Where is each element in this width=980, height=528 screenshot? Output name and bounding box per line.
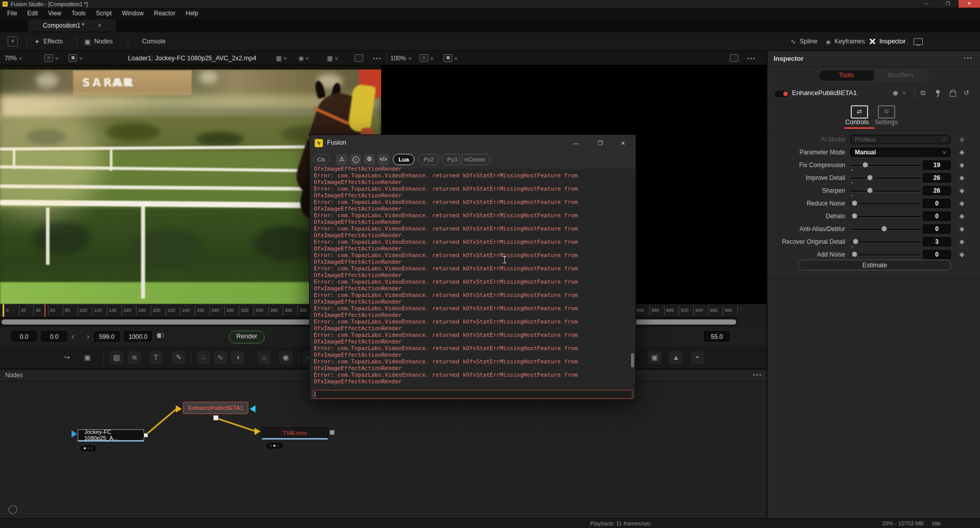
spot-light-3d-icon[interactable]: ▲: [669, 351, 683, 364]
console-close-button[interactable]: ✕: [616, 138, 629, 148]
value-field[interactable]: 0: [923, 199, 951, 208]
console-button[interactable]: Console: [142, 32, 166, 51]
color-curves-icon[interactable]: ∿: [214, 351, 227, 364]
keyframe-diamond[interactable]: [960, 240, 965, 245]
fast-noise-icon[interactable]: ≋: [128, 351, 141, 364]
slider-thumb[interactable]: [852, 251, 857, 257]
node-tvai-mov[interactable]: TVAI.mov: [262, 427, 328, 440]
global-start-field[interactable]: 0.0: [11, 331, 37, 341]
global-end-field[interactable]: 1000.0: [124, 331, 152, 341]
pin-icon[interactable]: [936, 90, 940, 94]
menu-window[interactable]: Window: [117, 8, 149, 19]
keyframe-diamond[interactable]: [960, 227, 965, 232]
settings-tab-icon[interactable]: ⚙: [878, 105, 895, 119]
media-io-icon[interactable]: ↪: [60, 351, 74, 364]
console-title-bar[interactable]: ϟ Fusion — ❐ ✕: [310, 135, 636, 151]
title-bar[interactable]: ϟ Fusion Studio - [Composition1 *] — ❐ ✕: [0, 0, 980, 8]
render-button[interactable]: Render: [229, 331, 265, 343]
left-viewer-zoom[interactable]: 70%∨: [5, 51, 22, 65]
slider-thumb[interactable]: [867, 188, 873, 193]
minimize-button[interactable]: —: [916, 0, 937, 8]
slider-track[interactable]: [850, 242, 921, 243]
tab-controls[interactable]: Controls: [845, 119, 869, 126]
controls-tab-icon[interactable]: ⇄: [851, 105, 868, 119]
blur-icon[interactable]: ◉: [279, 351, 292, 364]
keyframes-button[interactable]: ◈ Keyframes: [826, 32, 865, 51]
chevron-down-icon[interactable]: ∨: [902, 90, 906, 95]
navigator-button[interactable]: [8, 505, 17, 514]
slider-thumb[interactable]: [867, 175, 873, 180]
slider-track[interactable]: [850, 203, 921, 204]
console-window[interactable]: ϟ Fusion — ❐ ✕ Cls ⚠ i ⚙ </> LuaPy2Py3nC…: [309, 134, 636, 400]
console-input[interactable]: [313, 390, 633, 399]
menu-tools[interactable]: Tools: [66, 8, 91, 19]
keyframe-diamond[interactable]: [960, 201, 965, 206]
loader-output-socket[interactable]: [144, 433, 148, 438]
background-icon[interactable]: ▨: [110, 351, 123, 364]
slider-thumb[interactable]: [881, 226, 887, 232]
value-field[interactable]: 26: [923, 173, 951, 182]
maximize-button[interactable]: ❐: [937, 0, 959, 8]
nodes-button[interactable]: ▣ Nodes: [84, 32, 112, 51]
slider-thumb[interactable]: [853, 239, 858, 244]
step-forward-button[interactable]: ›: [87, 331, 89, 341]
effects-button[interactable]: ✦ Effects: [34, 32, 63, 51]
menu-script[interactable]: Script: [91, 8, 117, 19]
slider-track[interactable]: [850, 165, 921, 166]
current-frame-field[interactable]: 55.0: [704, 331, 730, 341]
tab-composition1[interactable]: Composition1 * ×: [28, 19, 116, 32]
step-back-button[interactable]: ‹: [72, 331, 74, 341]
clear-console-button[interactable]: Cls: [313, 154, 330, 165]
particles-icon[interactable]: ∴: [197, 351, 210, 364]
close-button[interactable]: ✕: [959, 0, 980, 8]
left-fill-button[interactable]: ∨: [68, 51, 83, 65]
tab-modifiers[interactable]: Modifiers: [874, 70, 928, 81]
viewer-layout-dropdown-icon[interactable]: ∨: [8, 36, 18, 47]
value-field[interactable]: 0: [923, 212, 951, 221]
dropdown-parameter-mode[interactable]: Manual∨: [850, 148, 950, 157]
slider-track[interactable]: [850, 216, 921, 217]
camera-3d-icon[interactable]: ▣: [648, 351, 661, 364]
console-scrollbar-thumb[interactable]: [631, 353, 634, 368]
estimate-button[interactable]: Estimate: [798, 260, 951, 270]
console-maximize-button[interactable]: ❐: [594, 138, 607, 148]
console-minimize-button[interactable]: —: [569, 138, 582, 148]
keyframe-diamond[interactable]: [960, 137, 965, 143]
node-enhancepublicbeta1[interactable]: EnhancePublicBETA1: [183, 402, 248, 414]
paint-icon[interactable]: ✎: [172, 351, 185, 364]
menu-view[interactable]: View: [43, 8, 66, 19]
slider-thumb[interactable]: [852, 200, 857, 206]
lock-icon[interactable]: [950, 91, 956, 97]
brightness-contrast-icon[interactable]: ☼: [258, 351, 271, 364]
render-end-field[interactable]: 599.0: [94, 331, 120, 341]
node-color-dot[interactable]: [893, 91, 898, 96]
slider-track[interactable]: [850, 255, 921, 256]
keyframe-diamond[interactable]: [960, 189, 965, 194]
menu-edit[interactable]: Edit: [22, 8, 43, 19]
inspector-button[interactable]: Inspector: [869, 32, 905, 51]
left-viewer-menu[interactable]: •••: [373, 51, 382, 65]
slider-track[interactable]: [850, 191, 921, 192]
right-fill-button[interactable]: ∨: [444, 51, 458, 65]
right-viewer-zoom[interactable]: 100%∨: [390, 51, 411, 65]
left-view-mode-button[interactable]: ▦∨: [327, 51, 338, 65]
left-frame-button[interactable]: [355, 51, 363, 65]
value-field[interactable]: 26: [923, 186, 951, 195]
tab-close-icon[interactable]: ×: [98, 22, 101, 29]
value-field[interactable]: 0: [923, 250, 951, 259]
tvai-output-socket[interactable]: [330, 430, 335, 435]
keyframe-diamond[interactable]: [960, 252, 965, 258]
node-enable-toggle[interactable]: [774, 90, 789, 98]
slider-thumb[interactable]: [862, 162, 868, 168]
menu-file[interactable]: File: [2, 8, 22, 19]
warning-filter-icon[interactable]: ⚠: [336, 154, 347, 165]
script-filter-icon[interactable]: </>: [378, 154, 389, 165]
settings-filter-icon[interactable]: ⚙: [364, 154, 375, 165]
shape-3d-icon[interactable]: ◓: [691, 351, 704, 364]
value-field[interactable]: 0: [923, 224, 951, 234]
render-start-field[interactable]: 0.0: [41, 331, 67, 341]
dropdown-ai-model[interactable]: Proteus∨: [850, 135, 950, 144]
value-field[interactable]: 3: [923, 237, 951, 246]
playhead[interactable]: [44, 304, 45, 317]
tab-tools[interactable]: Tools: [819, 70, 874, 81]
